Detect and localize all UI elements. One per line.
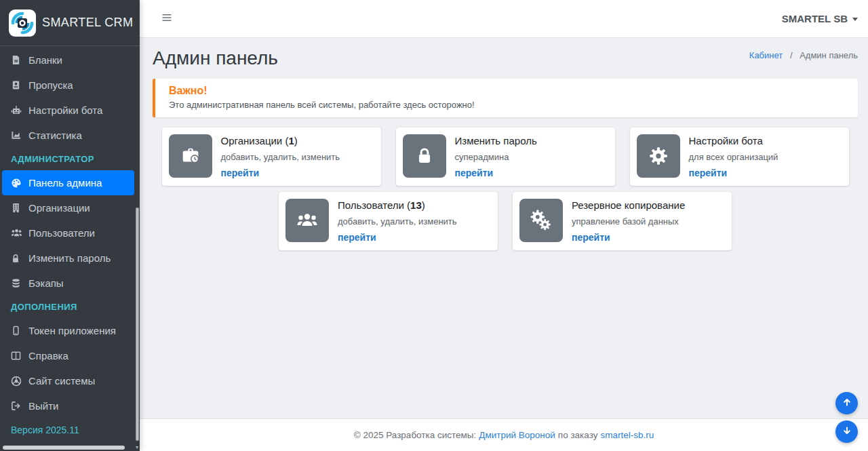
sidebar-item-robot[interactable]: Настройки бота <box>2 98 134 123</box>
card-title: Настройки бота <box>689 135 778 146</box>
account-menu[interactable]: SMARTEL SB <box>782 13 858 24</box>
sidebar-item-label: Настройки бота <box>28 104 102 116</box>
admin-card: Резервное копированиеуправление базой да… <box>513 192 732 250</box>
briefcase-clock-icon <box>169 134 212 178</box>
card-count: 1 <box>288 135 294 146</box>
sidebar-item-building[interactable]: Организации <box>2 195 134 220</box>
card-body: Организации (1)добавить, удалить, измени… <box>221 134 340 179</box>
hamburger-icon <box>161 12 173 26</box>
lock-tile-icon <box>403 134 446 178</box>
card-subtitle: управление базой данных <box>572 216 685 227</box>
sidebar-item-users[interactable]: Пользователи <box>2 220 134 246</box>
scroll-to-bottom-button[interactable] <box>835 420 858 443</box>
card-title: Пользователи (13) <box>338 199 457 211</box>
card-body: Изменить парольсуперадминаперейти <box>455 134 537 179</box>
palette-icon <box>11 178 28 189</box>
arrow-down-icon <box>842 425 852 438</box>
arrow-up-icon <box>842 397 852 410</box>
sidebar-nav: wБланкиПропускаНастройки ботаСтатистикаА… <box>0 46 140 418</box>
gears-icon <box>519 199 563 242</box>
svg-text:w: w <box>14 58 18 63</box>
sidebar-item-label: Изменить пароль <box>28 252 111 264</box>
sidebar-item-lock[interactable]: Изменить пароль <box>2 246 134 271</box>
footer-author-link[interactable]: Дмитрий Вороной <box>479 430 555 440</box>
sidebar-item-mobile[interactable]: Токен приложения <box>2 318 134 343</box>
gear-icon <box>637 134 680 178</box>
footer-middle-text: по заказу <box>558 430 598 440</box>
card-subtitle: добавить, удалить, изменить <box>221 152 340 162</box>
version-label[interactable]: Версия 2025.11 <box>0 425 140 435</box>
sidebar-horizontal-scrollbar[interactable] <box>3 446 125 450</box>
lock-icon <box>11 254 28 263</box>
footer-site-link[interactable]: smartel-sb.ru <box>600 430 654 440</box>
breadcrumb-separator: / <box>790 50 793 60</box>
page-title: Админ панель <box>153 47 278 70</box>
sidebar-item-file-word[interactable]: wБланки <box>2 47 134 73</box>
sidebar-item-label: Сайт системы <box>28 375 95 387</box>
admin-card: Изменить парольсуперадминаперейти <box>396 128 615 186</box>
card-go-link[interactable]: перейти <box>689 168 728 178</box>
account-label: SMARTEL SB <box>782 13 848 24</box>
brand-title: SMARTEL CRM <box>42 16 133 30</box>
footer: © 2025 Разработка системы: Дмитрий Ворон… <box>140 418 868 451</box>
app-logo-icon <box>9 9 36 37</box>
breadcrumb-home-link[interactable]: Кабинет <box>749 50 783 60</box>
building-icon <box>11 203 28 213</box>
scroll-to-top-button[interactable] <box>835 392 858 414</box>
card-row: Организации (1)добавить, удалить, измени… <box>140 128 868 186</box>
sidebar-section-header: ДОПОЛНЕНИЯ <box>0 296 140 318</box>
sidebar-vertical-scrollbar[interactable] <box>136 208 139 441</box>
file-word-icon: w <box>11 55 28 65</box>
sidebar-item-label: Статистика <box>28 130 82 141</box>
card-go-link[interactable]: перейти <box>455 168 494 178</box>
admin-card: Настройки ботадля всех организацийперейт… <box>630 128 849 186</box>
sidebar-item-label: Справка <box>28 350 68 361</box>
breadcrumb: Кабинет / Админ панель <box>749 50 858 60</box>
columns-icon <box>11 351 28 361</box>
chrome-icon <box>11 376 28 387</box>
card-subtitle: суперадмина <box>455 152 537 162</box>
card-go-link[interactable]: перейти <box>572 232 610 243</box>
card-go-link[interactable]: перейти <box>338 232 376 243</box>
card-body: Резервное копированиеуправление базой да… <box>572 199 685 243</box>
brand[interactable]: SMARTEL CRM <box>0 0 140 46</box>
scrollbar-down-arrow-icon[interactable]: ▾ <box>134 445 140 450</box>
sidebar-item-sign-out[interactable]: Выйти <box>2 393 134 418</box>
card-title: Резервное копирование <box>572 199 685 211</box>
sidebar-section-header: АДМИНИСТРАТОР <box>0 148 140 170</box>
sidebar-item-chart[interactable]: Статистика <box>2 123 134 148</box>
sidebar-item-palette[interactable]: Панель админа <box>2 170 134 195</box>
card-subtitle: добавить, удалить, изменить <box>338 216 457 227</box>
breadcrumb-current: Админ панель <box>800 50 858 60</box>
content-area: Админ панель Кабинет / Админ панель Важн… <box>140 38 868 418</box>
sidebar-item-label: Выйти <box>28 400 58 412</box>
sidebar: SMARTEL CRM wБланкиПропускаНастройки бот… <box>0 0 140 451</box>
sidebar-toggle-button[interactable] <box>158 9 176 28</box>
footer-copyright: © 2025 Разработка системы: <box>354 430 477 440</box>
top-navbar: SMARTEL SB <box>140 0 868 38</box>
database-icon <box>11 278 28 288</box>
card-body: Настройки ботадля всех организацийперейт… <box>689 134 778 179</box>
sidebar-item-chrome[interactable]: Сайт системы <box>2 368 134 393</box>
card-subtitle: для всех организаций <box>689 152 778 162</box>
admin-cards: Организации (1)добавить, удалить, измени… <box>140 128 868 250</box>
sidebar-item-label: Организации <box>28 202 90 214</box>
sidebar-item-id-card[interactable]: Пропуска <box>2 73 134 98</box>
card-go-link[interactable]: перейти <box>221 168 260 178</box>
admin-card: Организации (1)добавить, удалить, измени… <box>162 128 381 186</box>
sidebar-item-label: Бланки <box>28 54 62 66</box>
chevron-down-icon <box>852 18 858 21</box>
sidebar-item-label: Бэкапы <box>28 277 64 289</box>
card-body: Пользователи (13)добавить, удалить, изме… <box>338 199 457 243</box>
sidebar-item-database[interactable]: Бэкапы <box>2 271 134 296</box>
card-title: Организации (1) <box>221 135 340 146</box>
sidebar-item-label: Пользователи <box>28 227 95 239</box>
sidebar-item-label: Токен приложения <box>28 325 116 336</box>
page-header: Админ панель Кабинет / Админ панель <box>140 38 868 70</box>
robot-icon <box>11 105 28 116</box>
sidebar-item-columns[interactable]: Справка <box>2 343 134 368</box>
card-title: Изменить пароль <box>455 135 537 146</box>
card-row: Пользователи (13)добавить, удалить, изме… <box>140 192 868 250</box>
warning-title: Важно! <box>169 85 844 97</box>
chart-icon <box>11 130 28 140</box>
